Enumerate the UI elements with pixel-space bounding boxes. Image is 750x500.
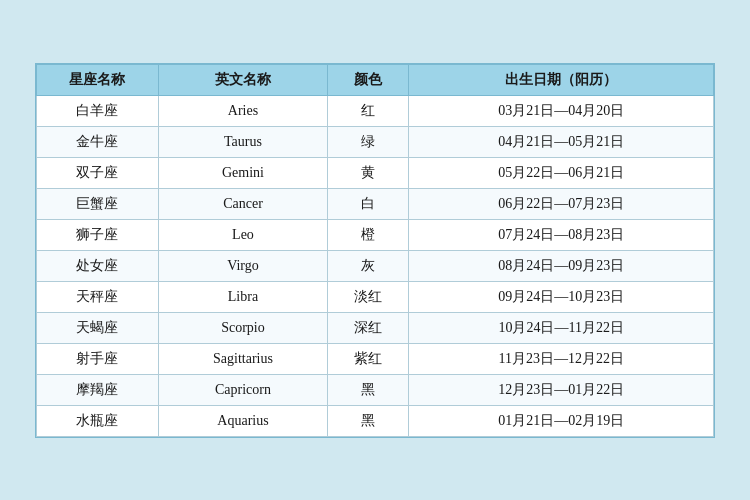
cell-date: 07月24日—08月23日 bbox=[409, 219, 714, 250]
cell-zh-name: 水瓶座 bbox=[37, 405, 159, 436]
table-row: 处女座Virgo灰08月24日—09月23日 bbox=[37, 250, 714, 281]
cell-date: 03月21日—04月20日 bbox=[409, 95, 714, 126]
cell-date: 06月22日—07月23日 bbox=[409, 188, 714, 219]
table-row: 巨蟹座Cancer白06月22日—07月23日 bbox=[37, 188, 714, 219]
cell-zh-name: 射手座 bbox=[37, 343, 159, 374]
cell-zh-name: 处女座 bbox=[37, 250, 159, 281]
cell-zh-name: 天蝎座 bbox=[37, 312, 159, 343]
cell-color: 红 bbox=[328, 95, 409, 126]
cell-date: 09月24日—10月23日 bbox=[409, 281, 714, 312]
cell-color: 淡红 bbox=[328, 281, 409, 312]
cell-en-name: Aquarius bbox=[158, 405, 327, 436]
cell-en-name: Taurus bbox=[158, 126, 327, 157]
zodiac-table: 星座名称 英文名称 颜色 出生日期（阳历） 白羊座Aries红03月21日—04… bbox=[36, 64, 714, 437]
cell-date: 11月23日—12月22日 bbox=[409, 343, 714, 374]
cell-en-name: Gemini bbox=[158, 157, 327, 188]
cell-en-name: Libra bbox=[158, 281, 327, 312]
table-row: 白羊座Aries红03月21日—04月20日 bbox=[37, 95, 714, 126]
cell-date: 08月24日—09月23日 bbox=[409, 250, 714, 281]
cell-color: 橙 bbox=[328, 219, 409, 250]
cell-zh-name: 摩羯座 bbox=[37, 374, 159, 405]
cell-color: 紫红 bbox=[328, 343, 409, 374]
cell-date: 10月24日—11月22日 bbox=[409, 312, 714, 343]
cell-en-name: Virgo bbox=[158, 250, 327, 281]
cell-zh-name: 金牛座 bbox=[37, 126, 159, 157]
cell-en-name: Cancer bbox=[158, 188, 327, 219]
zodiac-table-container: 星座名称 英文名称 颜色 出生日期（阳历） 白羊座Aries红03月21日—04… bbox=[35, 63, 715, 438]
cell-date: 01月21日—02月19日 bbox=[409, 405, 714, 436]
cell-en-name: Capricorn bbox=[158, 374, 327, 405]
table-row: 摩羯座Capricorn黑12月23日—01月22日 bbox=[37, 374, 714, 405]
cell-color: 黄 bbox=[328, 157, 409, 188]
cell-zh-name: 白羊座 bbox=[37, 95, 159, 126]
table-row: 水瓶座Aquarius黑01月21日—02月19日 bbox=[37, 405, 714, 436]
cell-zh-name: 狮子座 bbox=[37, 219, 159, 250]
cell-color: 黑 bbox=[328, 374, 409, 405]
cell-en-name: Aries bbox=[158, 95, 327, 126]
cell-en-name: Scorpio bbox=[158, 312, 327, 343]
cell-zh-name: 天秤座 bbox=[37, 281, 159, 312]
table-row: 天秤座Libra淡红09月24日—10月23日 bbox=[37, 281, 714, 312]
table-body: 白羊座Aries红03月21日—04月20日金牛座Taurus绿04月21日—0… bbox=[37, 95, 714, 436]
cell-en-name: Sagittarius bbox=[158, 343, 327, 374]
table-row: 天蝎座Scorpio深红10月24日—11月22日 bbox=[37, 312, 714, 343]
cell-zh-name: 双子座 bbox=[37, 157, 159, 188]
table-header-row: 星座名称 英文名称 颜色 出生日期（阳历） bbox=[37, 64, 714, 95]
header-zh-name: 星座名称 bbox=[37, 64, 159, 95]
table-row: 射手座Sagittarius紫红11月23日—12月22日 bbox=[37, 343, 714, 374]
cell-color: 黑 bbox=[328, 405, 409, 436]
cell-en-name: Leo bbox=[158, 219, 327, 250]
cell-color: 灰 bbox=[328, 250, 409, 281]
header-date: 出生日期（阳历） bbox=[409, 64, 714, 95]
cell-color: 白 bbox=[328, 188, 409, 219]
cell-date: 12月23日—01月22日 bbox=[409, 374, 714, 405]
cell-date: 04月21日—05月21日 bbox=[409, 126, 714, 157]
header-color: 颜色 bbox=[328, 64, 409, 95]
cell-date: 05月22日—06月21日 bbox=[409, 157, 714, 188]
table-row: 狮子座Leo橙07月24日—08月23日 bbox=[37, 219, 714, 250]
table-row: 金牛座Taurus绿04月21日—05月21日 bbox=[37, 126, 714, 157]
table-row: 双子座Gemini黄05月22日—06月21日 bbox=[37, 157, 714, 188]
header-en-name: 英文名称 bbox=[158, 64, 327, 95]
cell-color: 深红 bbox=[328, 312, 409, 343]
cell-color: 绿 bbox=[328, 126, 409, 157]
cell-zh-name: 巨蟹座 bbox=[37, 188, 159, 219]
